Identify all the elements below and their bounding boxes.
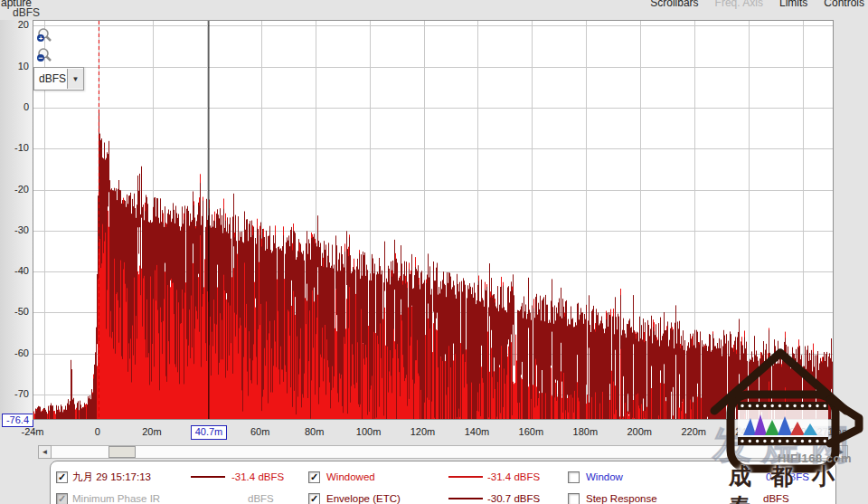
legend-value: dBFS	[248, 491, 274, 504]
x-tick-label: -24m	[21, 426, 43, 437]
y-tick-label: -60	[0, 347, 29, 358]
y-axis-margin	[0, 20, 33, 420]
top-toolbar: apture ScrollbarsFreq. AxisLimitsControl…	[0, 0, 868, 10]
zoom-out-icon: −	[36, 47, 54, 65]
legend-label: Window	[586, 470, 623, 484]
scroll-left-button[interactable]: ◄	[38, 445, 52, 459]
y-tick-label: 20	[0, 19, 29, 30]
trace-color-swatch	[191, 476, 225, 478]
zoom-in-icon: +	[36, 27, 54, 45]
y-tick-label: -10	[0, 142, 29, 153]
toolbar-menu: ScrollbarsFreq. AxisLimitsControls	[650, 0, 864, 9]
y-cursor-readout: -76.4	[2, 414, 33, 427]
menu-controls[interactable]: Controls	[824, 0, 864, 9]
menu-limits[interactable]: Limits	[779, 0, 807, 9]
watermark-name-text: 成 都 小 春	[729, 461, 868, 504]
y-tick-label: -30	[0, 224, 29, 235]
y-axis-mode-dropdown[interactable]: dBFS ▼	[33, 67, 84, 90]
menu-scrollbars[interactable]: Scrollbars	[650, 0, 698, 9]
y-tick-label: -40	[0, 265, 29, 276]
legend-value: -30.7 dBFS	[487, 491, 540, 504]
checkbox-step-response[interactable]	[568, 493, 580, 504]
legend-value: -31.4 dBFS	[231, 470, 284, 484]
checkbox-minimum-phase-ir: ✓	[56, 493, 68, 504]
legend-label: Envelope (ETC)	[326, 491, 401, 504]
scrollbar-thumb[interactable]	[108, 446, 136, 458]
svg-text:−: −	[38, 53, 42, 62]
y-tick-label: -50	[0, 306, 29, 317]
zoom-out-button[interactable]: −	[36, 47, 54, 65]
x-tick-label: 200m	[627, 426, 652, 437]
y-tick-label: 10	[0, 61, 29, 71]
legend-label: Step Response	[586, 491, 657, 504]
svg-text:+: +	[39, 34, 43, 43]
x-tick-label: 220m	[681, 426, 706, 437]
y-tick-label: -20	[0, 184, 29, 195]
checkbox-envelope-etc[interactable]: ✓	[308, 493, 320, 504]
legend-label: Minimum Phase IR	[72, 491, 160, 504]
checkbox-windowed[interactable]: ✓	[308, 471, 320, 483]
x-cursor-readout: 40.7m	[191, 425, 227, 440]
legend-value: -31.4 dBFS	[487, 470, 540, 484]
zoom-in-button[interactable]: +	[36, 27, 54, 45]
checkbox-measurement[interactable]: ✓	[56, 471, 68, 483]
x-tick-label: 0	[95, 426, 100, 437]
legend-label: 九月 29 15:17:13	[72, 470, 151, 484]
x-tick-label: 180m	[573, 426, 599, 437]
legend-label: Windowed	[326, 470, 375, 484]
trace-color-swatch	[448, 476, 483, 478]
dropdown-value: dBFS	[34, 72, 67, 85]
x-tick-label: 120m	[410, 426, 436, 437]
y-tick-label: -70	[0, 388, 29, 399]
checkbox-window[interactable]	[568, 471, 580, 483]
chevron-down-icon[interactable]: ▼	[67, 69, 83, 89]
x-tick-label: 160m	[519, 426, 544, 437]
y-axis-unit-label: dBFS	[13, 6, 40, 19]
x-tick-label: 100m	[356, 426, 382, 437]
x-tick-label: 20m	[142, 426, 161, 437]
y-tick-label: 0	[0, 101, 29, 112]
rew-impulse-window: apture ScrollbarsFreq. AxisLimitsControl…	[0, 0, 868, 504]
x-tick-label: 60m	[250, 426, 269, 437]
menu-freq-axis: Freq. Axis	[715, 0, 763, 9]
trace-color-swatch	[448, 498, 483, 499]
x-tick-label: 140m	[465, 426, 490, 437]
x-tick-label: 80m	[305, 426, 324, 437]
